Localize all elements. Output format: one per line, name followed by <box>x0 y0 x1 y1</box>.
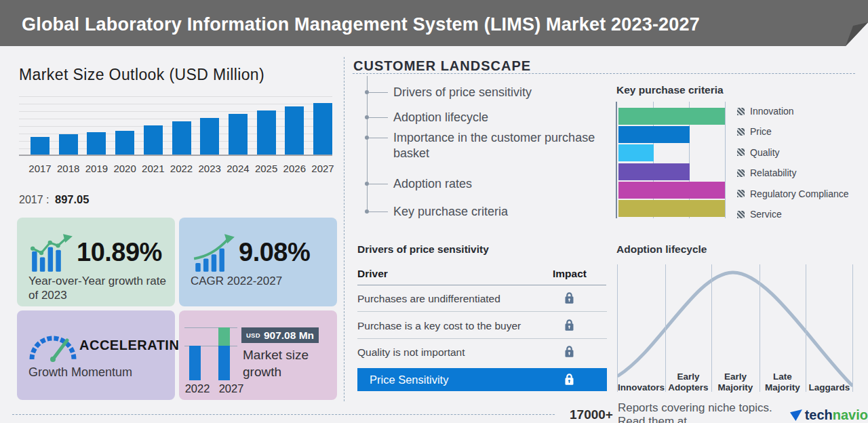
highlight-label: Price Sensitivity <box>370 374 448 386</box>
driver-label: Purchase is a key cost to the buyer <box>357 320 521 332</box>
lock-icon <box>564 291 574 304</box>
cagr-curve-icon <box>193 234 236 272</box>
x-tick-label: 2023 <box>195 163 224 174</box>
legend-label: Relatability <box>750 167 796 178</box>
adoption-title: Adoption lifecycle <box>616 243 707 256</box>
bar-2019 <box>87 132 106 155</box>
kpc-legend: InnovationPriceQualityRelatabilityRegula… <box>737 102 866 224</box>
cagr-card: 9.08% CAGR 2022-2027 <box>179 218 337 306</box>
lock-slot <box>564 373 574 388</box>
momentum-value: ACCELERATING <box>79 338 190 353</box>
report-count: 17000+ <box>570 407 613 422</box>
growth-amount-badge: USD 907.08 Mn <box>241 327 319 343</box>
x-tick-label: 2025 <box>252 163 281 174</box>
x-tick-label: 2020 <box>111 163 139 174</box>
impact-lock <box>564 345 574 361</box>
header-bar: Global Laboratory Information Management… <box>0 0 868 46</box>
growth-mini-plot <box>184 327 237 380</box>
kpc-plot <box>616 102 725 218</box>
base-value: 897.05 <box>55 193 89 205</box>
market-size-plot <box>19 96 332 156</box>
market-size-xlabels: 2017201820192020202120222023202420252026… <box>19 163 332 176</box>
cagr-value: 9.08% <box>239 238 310 267</box>
list-tick-line <box>369 184 388 184</box>
legend-item-Service: Service <box>737 209 782 220</box>
market-size-title: Market Size Outlook (USD Million) <box>19 66 264 84</box>
lock-icon <box>564 319 574 331</box>
growth-label: Market size growth <box>243 347 323 380</box>
legend-label: Quality <box>750 147 780 158</box>
x-tick-label: 2021 <box>139 163 167 174</box>
hatch-swatch-icon <box>737 169 745 177</box>
list-item: Key purchase criteria <box>393 204 604 220</box>
bar-2027 <box>313 103 332 155</box>
footer: 17000+ Reports covering niche topics. Re… <box>570 407 868 423</box>
mini-year-end: 2027 <box>217 382 245 395</box>
gridline <box>19 104 332 104</box>
brand-tech: tech <box>805 407 833 423</box>
x-tick-label: 2027 <box>309 163 337 174</box>
list-tick-line <box>369 117 388 118</box>
technavio-logo[interactable]: tech navio <box>790 407 868 423</box>
driver-label: Quality is not important <box>357 346 465 359</box>
mini-year-start: 2022 <box>183 382 212 395</box>
hatch-swatch-icon <box>737 128 745 136</box>
bar-2021 <box>144 125 163 155</box>
page-title: Global Laboratory Information Management… <box>22 14 700 35</box>
impact-lock <box>564 291 574 307</box>
kpc-bar-Service <box>618 200 725 217</box>
growth-momentum-card: ACCELERATING Growth Momentum <box>17 310 175 400</box>
stage-label-late-majority: Late Majority <box>760 365 806 393</box>
cagr-label: CAGR 2022-2027 <box>191 274 330 288</box>
table-row: Purchases are undifferentiated <box>357 285 607 312</box>
gridline <box>19 96 332 97</box>
currency-label: USD <box>246 331 260 339</box>
legend-item-Price: Price <box>737 126 772 137</box>
infographic-page: Global Laboratory Information Management… <box>0 0 868 423</box>
table-row: Quality is not important <box>357 339 607 365</box>
kpc-title: Key purchase criteria <box>616 84 724 96</box>
bar-2020 <box>115 131 134 155</box>
market-size-chart: 2017201820192020202120222023202420252026… <box>19 96 332 178</box>
legend-item-Regulatory Compliance: Regulatory Compliance <box>737 188 849 199</box>
impact-lock <box>564 319 574 334</box>
lock-icon <box>564 373 574 386</box>
x-tick-label: 2017 <box>26 163 54 174</box>
bar-2025 <box>257 110 276 155</box>
bar-2026 <box>285 106 304 155</box>
bar-2024 <box>229 114 248 155</box>
bar-2017 <box>31 137 50 155</box>
stage-label-innovators: Innovators <box>617 365 665 393</box>
hatch-swatch-icon <box>737 211 745 218</box>
market-size-growth-card: 2022 2027 USD 907.08 Mn Market size grow… <box>179 310 337 400</box>
column-header-driver: Driver <box>357 268 388 280</box>
dashed-underline <box>353 73 855 74</box>
gridline <box>725 102 726 218</box>
stage-label-laggards: Laggards <box>806 365 853 393</box>
legend-item-Quality: Quality <box>737 147 780 158</box>
lock-icon <box>564 345 574 358</box>
driver-label: Purchases are undifferentiated <box>357 293 500 305</box>
legend-label: Price <box>750 126 772 137</box>
legend-label: Innovation <box>750 106 794 117</box>
mini-bar-2027-growth <box>218 327 230 346</box>
list-item: Adoption lifecycle <box>393 110 604 125</box>
mini-bar-2027-base <box>218 346 230 380</box>
bar-2018 <box>59 134 78 155</box>
x-tick-label: 2018 <box>54 163 83 174</box>
momentum-label: Growth Momentum <box>28 365 167 380</box>
list-item: Adoption rates <box>393 176 604 192</box>
yoy-value: 10.89% <box>77 238 162 267</box>
separator: : <box>46 194 49 205</box>
section-divider <box>344 57 344 401</box>
stage-label-early-majority: Early Majority <box>711 365 760 393</box>
list-item: Importance in the customer purchase bask… <box>393 130 604 161</box>
legend-item-Innovation: Innovation <box>737 106 794 117</box>
list-tick-line <box>369 92 388 93</box>
speedometer-icon <box>26 328 78 363</box>
legend-label: Service <box>750 209 782 220</box>
bar-2023 <box>200 118 219 155</box>
kpc-bar-Price <box>618 126 690 143</box>
hatch-swatch-icon <box>737 108 745 115</box>
column-header-impact: Impact <box>551 268 589 280</box>
